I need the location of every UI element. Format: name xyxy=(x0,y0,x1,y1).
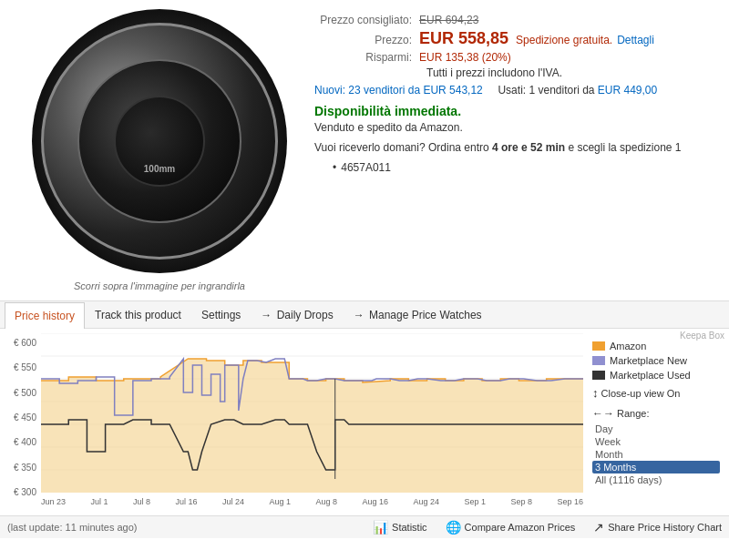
close-up-label: Close-up view On xyxy=(601,388,681,399)
share-icon: ↗ xyxy=(593,520,604,535)
x-label-sep16: Sep 16 xyxy=(557,497,583,506)
compare-icon: 🌐 xyxy=(446,520,461,535)
delivery-text: Ordina entro xyxy=(428,141,489,154)
legend-marketplace-used: Marketplace Used xyxy=(592,370,720,381)
x-label-sep8: Sep 8 xyxy=(510,497,532,506)
range-3months[interactable]: 3 Months xyxy=(592,461,720,473)
price-row: Prezzo: EUR 558,85 Spedizione gratuita. … xyxy=(314,29,715,48)
range-day[interactable]: Day xyxy=(592,423,720,435)
lens-label: 100mm xyxy=(144,164,175,174)
legend-panel: Amazon Marketplace New Marketplace Used … xyxy=(583,333,729,511)
legend-amazon-label: Amazon xyxy=(610,341,646,351)
x-label-aug24: Aug 24 xyxy=(413,497,439,506)
product-image-container: 100mm Scorri sopra l'immagine per ingran… xyxy=(14,9,305,291)
savings-value: EUR 135,38 (20%) xyxy=(419,51,511,64)
x-label-jul1: Jul 1 xyxy=(91,497,108,506)
vat-info: Tutti i prezzi includono l'IVA. xyxy=(314,66,715,79)
y-axis: € 600 € 550 € 500 € 450 € 400 € 350 € 30… xyxy=(0,333,41,511)
y-label-400: € 400 xyxy=(14,437,36,447)
x-label-jun23: Jun 23 xyxy=(41,497,66,506)
tabs-section: Price history Track this product Setting… xyxy=(0,300,729,329)
details-link[interactable]: Dettagli xyxy=(617,34,654,46)
tab-price-history[interactable]: Price history xyxy=(5,302,85,329)
legend-marketplace-used-label: Marketplace Used xyxy=(610,370,691,381)
range-title: ←→ Range: xyxy=(592,407,720,420)
legend-marketplace-new-color xyxy=(592,356,605,365)
sku-value: 4657A011 xyxy=(333,161,391,174)
x-label-aug8: Aug 8 xyxy=(315,497,337,506)
range-arrow: ←→ xyxy=(592,407,614,420)
y-label-350: € 350 xyxy=(14,463,36,473)
sku-row: 4657A011 xyxy=(314,161,715,174)
keepa-badge: Keepa Box xyxy=(680,331,724,341)
legend-marketplace-used-color xyxy=(592,371,605,380)
x-label-jul16: Jul 16 xyxy=(175,497,197,506)
price-current: EUR 558,85 xyxy=(419,29,508,48)
msrp-value: EUR 694,23 xyxy=(419,14,478,26)
tab-daily-drops[interactable]: → Daily Drops xyxy=(251,301,343,328)
chart-main: Jun 23 Jul 1 Jul 8 Jul 16 Jul 24 Aug 1 A… xyxy=(41,333,583,511)
free-shipping: Spedizione gratuita. xyxy=(516,34,612,46)
range-all[interactable]: All (1116 days) xyxy=(592,473,720,486)
compare-label: Compare Amazon Prices xyxy=(465,522,576,533)
price-chart-svg xyxy=(41,333,583,493)
action-statistic[interactable]: 📊 Statistic xyxy=(373,520,427,535)
y-label-600: € 600 xyxy=(14,338,36,348)
x-label-jul24: Jul 24 xyxy=(222,497,244,506)
legend-marketplace-new: Marketplace New xyxy=(592,355,720,366)
used-sellers-link[interactable]: EUR 449,00 xyxy=(598,84,657,97)
close-up-arrow: ↕ xyxy=(592,386,599,400)
msrp-label: Prezzo consigliato: xyxy=(314,14,419,26)
legend-amazon-color xyxy=(592,341,605,351)
chart-area: Keepa Box € 600 € 550 € 500 € 450 € 400 … xyxy=(0,329,729,515)
sellers-row: Nuovi: 23 venditori da EUR 543,12 Usati:… xyxy=(314,84,715,97)
y-label-450: € 450 xyxy=(14,412,36,423)
x-label-aug1: Aug 1 xyxy=(269,497,291,506)
product-image: 100mm xyxy=(32,9,287,273)
last-update: (last update: 11 minutes ago) xyxy=(7,522,137,533)
availability: Disponibilità immediata. xyxy=(314,104,715,118)
legend-amazon: Amazon xyxy=(592,341,720,351)
used-sellers-label: Usati: 1 venditori da xyxy=(498,84,597,97)
savings-label: Risparmi: xyxy=(314,51,419,64)
action-compare[interactable]: 🌐 Compare Amazon Prices xyxy=(446,520,576,535)
range-week[interactable]: Week xyxy=(592,435,720,448)
x-label-sep1: Sep 1 xyxy=(464,497,486,506)
y-label-300: € 300 xyxy=(14,487,36,497)
chart-container: € 600 € 550 € 500 € 450 € 400 € 350 € 30… xyxy=(0,333,729,511)
action-share[interactable]: ↗ Share Price History Chart xyxy=(593,520,722,535)
savings-row: Risparmi: EUR 135,38 (20%) xyxy=(314,51,715,64)
delivery-time: 4 ore e 52 min xyxy=(492,141,565,154)
tab-manage-watches[interactable]: → Manage Price Watches xyxy=(344,301,492,328)
share-label: Share Price History Chart xyxy=(608,522,722,533)
x-axis: Jun 23 Jul 1 Jul 8 Jul 16 Jul 24 Aug 1 A… xyxy=(41,495,583,506)
new-sellers-link[interactable]: Nuovi: 23 venditori da EUR 543,12 xyxy=(314,84,483,97)
tab-settings[interactable]: Settings xyxy=(191,301,251,328)
bottom-actions: 📊 Statistic 🌐 Compare Amazon Prices ↗ Sh… xyxy=(373,520,722,535)
legend-marketplace-new-label: Marketplace New xyxy=(610,355,687,366)
close-up-row: ↕ Close-up view On xyxy=(592,386,720,400)
range-section: ←→ Range: Day Week Month 3 Months All (1… xyxy=(592,407,720,486)
tab-track-product[interactable]: Track this product xyxy=(85,301,191,328)
delivery-question: Vuoi riceverlo domani? xyxy=(314,141,426,154)
x-label-aug16: Aug 16 xyxy=(362,497,388,506)
bottom-bar: (last update: 11 minutes ago) 📊 Statisti… xyxy=(0,515,729,538)
delivery-suffix: e scegli la spedizione 1 xyxy=(568,141,681,154)
product-section: 100mm Scorri sopra l'immagine per ingran… xyxy=(0,0,729,300)
statistic-icon: 📊 xyxy=(373,520,388,535)
y-label-550: € 550 xyxy=(14,362,36,372)
msrp-row: Prezzo consigliato: EUR 694,23 xyxy=(314,14,715,26)
price-current-label: Prezzo: xyxy=(314,34,419,46)
y-label-500: € 500 xyxy=(14,388,36,398)
product-details: Prezzo consigliato: EUR 694,23 Prezzo: E… xyxy=(305,9,715,291)
range-month[interactable]: Month xyxy=(592,448,720,461)
sold-by: Venduto e spedito da Amazon. xyxy=(314,121,715,134)
x-label-jul8: Jul 8 xyxy=(133,497,150,506)
scroll-hint: Scorri sopra l'immagine per ingrandirla xyxy=(74,280,245,291)
delivery-row: Vuoi riceverlo domani? Ordina entro 4 or… xyxy=(314,141,715,154)
statistic-label: Statistic xyxy=(392,522,427,533)
